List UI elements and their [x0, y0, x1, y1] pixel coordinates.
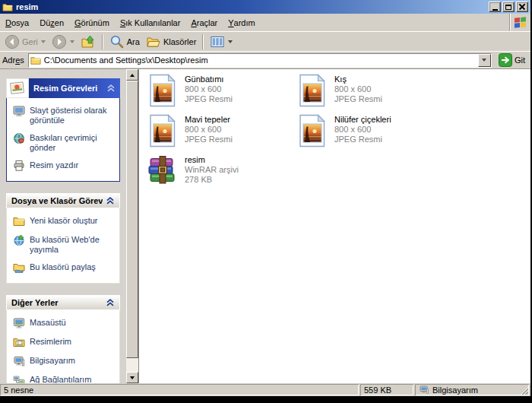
task-link-label: Yeni klasör oluştur — [30, 215, 97, 226]
address-path[interactable]: C:\Documents and Settings\x\Desktop\resi… — [44, 56, 478, 65]
file-meta-line: 800 x 600 — [334, 125, 391, 135]
new-folder-icon — [13, 215, 25, 227]
file-meta-line: 800 x 600 — [185, 125, 233, 135]
go-label: Git — [515, 56, 525, 65]
toolbar-forward-button[interactable] — [49, 33, 78, 51]
task-link-bilgisayar-m[interactable]: Bilgisayarım — [13, 355, 115, 367]
section-title-file-folder-tasks: Dosya ve Klasör Görevleri — [11, 196, 103, 205]
section-header-picture-tasks[interactable]: Resim Görevleri — [6, 78, 120, 98]
window-title: resim — [16, 2, 487, 11]
menu-item-d-zen[interactable]: Düzen — [34, 14, 69, 31]
toolbar-up-button[interactable] — [78, 33, 99, 51]
file-tile-resim-winrar-ar-ivi[interactable]: resimWinRAR arşivi278 KB — [145, 154, 295, 195]
statusbar: 5 nesne 559 KB Bilgisayarım — [0, 383, 530, 396]
slideshow-icon — [13, 105, 25, 117]
resize-grip[interactable] — [519, 386, 528, 395]
chevron-down-icon[interactable] — [41, 40, 46, 43]
winrar-archive-icon — [145, 154, 179, 188]
menu-item-s-k-kullan-lanlar[interactable]: Sık Kullanılanlar — [115, 14, 186, 31]
toolbar-back-button[interactable]: Geri — [2, 33, 49, 51]
file-tile-mavi-tepeler-800-x-600[interactable]: Mavi tepeler800 x 600JPEG Resmi — [145, 114, 295, 154]
address-label: Adres — [2, 56, 24, 65]
file-tile-k-800-x-600[interactable]: Kış800 x 600JPEG Resmi — [295, 74, 445, 114]
chevron-down-icon[interactable] — [228, 40, 233, 43]
chevron-down-icon — [482, 59, 486, 62]
forward-arrow-icon — [52, 34, 67, 49]
maximize-button[interactable] — [502, 2, 515, 12]
file-tile-nil-fer-i-ekleri-800-x-600[interactable]: Nilüfer çiçekleri800 x 600JPEG Resmi — [295, 114, 445, 154]
task-link-label: Ağ Bağlantılarım — [30, 374, 91, 383]
chevron-up-icon[interactable] — [106, 84, 116, 92]
status-total-size: 559 KB — [360, 384, 413, 395]
content-area: Resim GörevleriSlayt gösterisi olarak gö… — [0, 69, 530, 383]
folder-icon — [2, 2, 13, 12]
task-link-resim-yazd-r[interactable]: Resim yazdır — [13, 160, 115, 172]
minimize-button[interactable] — [489, 2, 501, 12]
status-location-label: Bilgisayarım — [432, 386, 478, 395]
address-input[interactable]: C:\Documents and Settings\x\Desktop\resi… — [28, 53, 492, 68]
menu-item-dosya[interactable]: Dosya — [0, 14, 34, 31]
toolbar-search-button[interactable]: Ara — [106, 33, 143, 51]
scroll-up-button[interactable] — [126, 69, 138, 81]
file-meta-line: 800 x 600 — [334, 84, 382, 94]
chevron-up-icon[interactable] — [106, 299, 115, 306]
sidebar-scrollbar[interactable] — [126, 69, 138, 383]
close-button[interactable] — [516, 2, 528, 12]
task-link-label: Bu klasörü Web'de yayımla — [30, 234, 115, 255]
file-meta-line: 800 x 600 — [185, 84, 233, 94]
menubar: DosyaDüzenGörünümSık KullanılanlarAraçla… — [0, 14, 530, 32]
file-meta-line: 278 KB — [185, 175, 239, 185]
task-link-a-ba-lant-lar-m[interactable]: Ağ Bağlantılarım — [13, 374, 115, 383]
scroll-down-button[interactable] — [126, 372, 138, 383]
chevron-up-icon[interactable] — [106, 197, 115, 205]
file-name: Kış — [334, 75, 382, 84]
scrollbar-track[interactable] — [126, 81, 138, 372]
file-meta-line: JPEG Resmi — [334, 135, 391, 144]
addressbar: Adres C:\Documents and Settings\x\Deskto… — [0, 52, 530, 69]
my-computer-icon — [13, 355, 25, 367]
status-location: Bilgisayarım — [415, 384, 529, 395]
minimize-icon — [492, 9, 498, 11]
task-link-yeni-klas-r-olu-tur[interactable]: Yeni klasör oluştur — [13, 215, 115, 227]
jpeg-file-icon — [145, 114, 179, 148]
desktop-icon — [13, 317, 25, 329]
chevron-down-icon[interactable] — [70, 40, 74, 43]
status-object-count: 5 nesne — [0, 384, 359, 395]
task-link-slayt-g-sterisi-olarak-g-r-nt-le[interactable]: Slayt gösterisi olarak görüntüle — [13, 105, 115, 125]
menu-item-ara-lar[interactable]: Araçlar — [185, 14, 223, 31]
up-folder-icon — [81, 34, 96, 49]
task-link-label: Slayt gösterisi olarak görüntüle — [30, 105, 115, 125]
go-arrow-icon — [499, 53, 512, 67]
task-link-bask-lar-evrimi-i-g-nder[interactable]: Baskıları çevrimiçi gönder — [13, 132, 115, 153]
jpeg-file-icon — [295, 114, 328, 148]
file-name: Mavi tepeler — [185, 115, 233, 125]
file-tile-text: Nilüfer çiçekleri800 x 600JPEG Resmi — [334, 114, 391, 144]
task-link-masa-st[interactable]: Masaüstü — [13, 317, 115, 329]
menu-item-g-r-n-m[interactable]: Görünüm — [69, 14, 115, 31]
file-meta-line: WinRAR arşivi — [185, 165, 239, 175]
task-link-label: Resimlerim — [30, 336, 71, 347]
prints-online-icon — [13, 132, 25, 144]
go-button[interactable]: Git — [496, 53, 528, 67]
toolbar-search-label: Ara — [127, 37, 140, 46]
triangle-down-icon — [130, 376, 135, 379]
file-meta-line: JPEG Resmi — [185, 135, 233, 144]
toolbar-folders-button[interactable]: Klasörler — [143, 33, 199, 51]
section-header-other-places[interactable]: Diğer Yerler — [6, 295, 120, 310]
section-header-file-folder-tasks[interactable]: Dosya ve Klasör Görevleri — [6, 193, 120, 208]
menubar-spacer — [261, 14, 509, 31]
toolbar-separator — [202, 34, 204, 49]
file-tile-g-nbat-m-800-x-600[interactable]: Günbatımı800 x 600JPEG Resmi — [145, 74, 295, 114]
jpeg-file-icon — [145, 74, 179, 107]
my-pictures-icon — [13, 336, 25, 348]
task-link-bu-klas-r-web-de-yay-mla[interactable]: Bu klasörü Web'de yayımla — [13, 234, 115, 255]
toolbar-views-button[interactable] — [207, 33, 236, 51]
print-icon — [13, 160, 25, 172]
menu-item-yard-m[interactable]: Yardım — [223, 14, 260, 31]
address-dropdown-button[interactable] — [478, 54, 491, 67]
section-title-other-places: Diğer Yerler — [11, 298, 59, 307]
section-body-file-folder-tasks: Yeni klasör oluşturBu klasörü Web'de yay… — [6, 208, 120, 284]
scrollbar-thumb[interactable] — [126, 81, 138, 358]
task-link-bu-klas-r-payla[interactable]: Bu klasörü paylaş — [13, 262, 115, 274]
task-link-resimlerim[interactable]: Resimlerim — [13, 336, 115, 348]
